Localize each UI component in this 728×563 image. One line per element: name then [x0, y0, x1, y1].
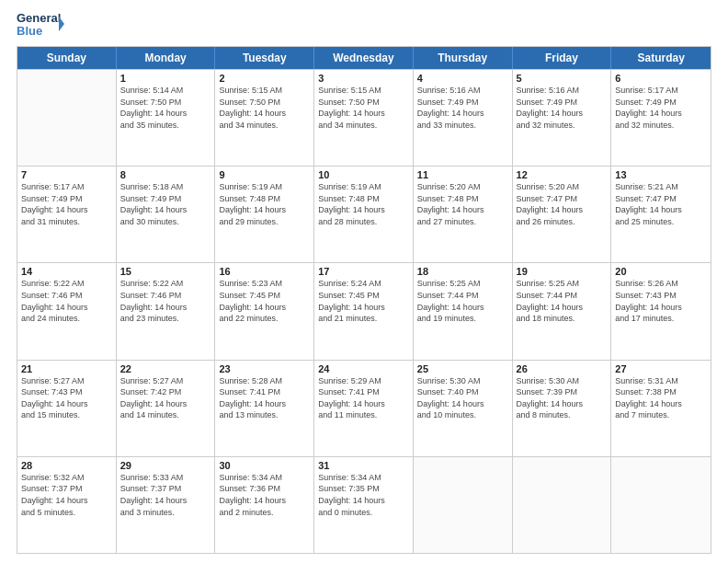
cal-cell-4-3: 31Sunrise: 5:34 AM Sunset: 7:35 PM Dayli… — [314, 457, 414, 553]
cell-info: Sunrise: 5:32 AM Sunset: 7:37 PM Dayligh… — [21, 472, 112, 518]
header-cell-friday: Friday — [513, 47, 612, 69]
day-number: 24 — [318, 363, 409, 374]
cal-cell-4-5 — [513, 457, 612, 553]
cal-cell-0-1: 1Sunrise: 5:14 AM Sunset: 7:50 PM Daylig… — [117, 70, 216, 166]
cal-cell-3-2: 23Sunrise: 5:28 AM Sunset: 7:41 PM Dayli… — [215, 361, 314, 456]
cal-cell-2-3: 17Sunrise: 5:24 AM Sunset: 7:45 PM Dayli… — [314, 263, 414, 359]
cal-cell-2-2: 16Sunrise: 5:23 AM Sunset: 7:45 PM Dayli… — [215, 263, 314, 359]
cal-row-5: 28Sunrise: 5:32 AM Sunset: 7:37 PM Dayli… — [17, 456, 711, 553]
logo: General Blue — [17, 9, 64, 42]
day-number: 31 — [318, 460, 409, 471]
day-number: 5 — [517, 73, 608, 84]
cell-info: Sunrise: 5:25 AM Sunset: 7:44 PM Dayligh… — [517, 278, 608, 324]
cal-cell-0-6: 6Sunrise: 5:17 AM Sunset: 7:49 PM Daylig… — [611, 70, 711, 166]
cell-info: Sunrise: 5:14 AM Sunset: 7:50 PM Dayligh… — [120, 85, 211, 131]
cell-info: Sunrise: 5:17 AM Sunset: 7:49 PM Dayligh… — [615, 85, 707, 131]
day-number: 25 — [417, 363, 508, 374]
cal-row-3: 14Sunrise: 5:22 AM Sunset: 7:46 PM Dayli… — [17, 262, 711, 359]
cell-info: Sunrise: 5:26 AM Sunset: 7:43 PM Dayligh… — [615, 278, 707, 324]
cell-info: Sunrise: 5:23 AM Sunset: 7:45 PM Dayligh… — [219, 278, 310, 324]
cell-info: Sunrise: 5:31 AM Sunset: 7:38 PM Dayligh… — [615, 375, 707, 421]
cell-info: Sunrise: 5:22 AM Sunset: 7:46 PM Dayligh… — [21, 278, 112, 324]
cal-cell-4-4 — [414, 457, 513, 553]
cell-info: Sunrise: 5:16 AM Sunset: 7:49 PM Dayligh… — [517, 85, 608, 131]
day-number: 10 — [318, 169, 409, 180]
header-cell-monday: Monday — [117, 47, 216, 69]
calendar-body: 1Sunrise: 5:14 AM Sunset: 7:50 PM Daylig… — [17, 69, 711, 553]
cell-info: Sunrise: 5:18 AM Sunset: 7:49 PM Dayligh… — [120, 181, 211, 227]
header-cell-saturday: Saturday — [611, 47, 711, 69]
cal-cell-2-0: 14Sunrise: 5:22 AM Sunset: 7:46 PM Dayli… — [17, 263, 117, 359]
cell-info: Sunrise: 5:33 AM Sunset: 7:37 PM Dayligh… — [120, 472, 211, 518]
cal-cell-0-3: 3Sunrise: 5:15 AM Sunset: 7:50 PM Daylig… — [314, 70, 414, 166]
day-number: 22 — [120, 363, 211, 374]
cell-info: Sunrise: 5:15 AM Sunset: 7:50 PM Dayligh… — [318, 85, 409, 131]
day-number: 8 — [120, 169, 211, 180]
cell-info: Sunrise: 5:20 AM Sunset: 7:47 PM Dayligh… — [517, 181, 608, 227]
cal-cell-1-5: 12Sunrise: 5:20 AM Sunset: 7:47 PM Dayli… — [513, 167, 612, 262]
cal-cell-4-2: 30Sunrise: 5:34 AM Sunset: 7:36 PM Dayli… — [215, 457, 314, 553]
cal-cell-1-6: 13Sunrise: 5:21 AM Sunset: 7:47 PM Dayli… — [611, 167, 711, 262]
svg-text:General: General — [17, 11, 61, 25]
cell-info: Sunrise: 5:30 AM Sunset: 7:40 PM Dayligh… — [417, 375, 508, 421]
cal-cell-3-6: 27Sunrise: 5:31 AM Sunset: 7:38 PM Dayli… — [611, 361, 711, 456]
day-number: 12 — [517, 169, 608, 180]
day-number: 1 — [120, 73, 211, 84]
day-number: 13 — [615, 169, 707, 180]
cell-info: Sunrise: 5:25 AM Sunset: 7:44 PM Dayligh… — [417, 278, 508, 324]
cal-cell-0-0 — [17, 70, 117, 166]
cal-cell-0-4: 4Sunrise: 5:16 AM Sunset: 7:49 PM Daylig… — [414, 70, 513, 166]
cal-cell-0-2: 2Sunrise: 5:15 AM Sunset: 7:50 PM Daylig… — [215, 70, 314, 166]
cell-info: Sunrise: 5:20 AM Sunset: 7:48 PM Dayligh… — [417, 181, 508, 227]
day-number: 18 — [417, 266, 508, 277]
cell-info: Sunrise: 5:15 AM Sunset: 7:50 PM Dayligh… — [219, 85, 310, 131]
calendar-header-row: SundayMondayTuesdayWednesdayThursdayFrid… — [17, 47, 711, 69]
svg-text:Blue: Blue — [17, 24, 42, 38]
cal-cell-3-3: 24Sunrise: 5:29 AM Sunset: 7:41 PM Dayli… — [314, 361, 414, 456]
cell-info: Sunrise: 5:16 AM Sunset: 7:49 PM Dayligh… — [417, 85, 508, 131]
day-number: 15 — [120, 266, 211, 277]
cal-cell-1-2: 9Sunrise: 5:19 AM Sunset: 7:48 PM Daylig… — [215, 167, 314, 262]
cal-cell-1-1: 8Sunrise: 5:18 AM Sunset: 7:49 PM Daylig… — [117, 167, 216, 262]
svg-marker-2 — [59, 17, 64, 31]
day-number: 19 — [517, 266, 608, 277]
day-number: 4 — [417, 73, 508, 84]
day-number: 14 — [21, 266, 112, 277]
cell-info: Sunrise: 5:19 AM Sunset: 7:48 PM Dayligh… — [318, 181, 409, 227]
cell-info: Sunrise: 5:27 AM Sunset: 7:42 PM Dayligh… — [120, 375, 211, 421]
cal-cell-3-1: 22Sunrise: 5:27 AM Sunset: 7:42 PM Dayli… — [117, 361, 216, 456]
day-number: 23 — [219, 363, 310, 374]
header: General Blue — [17, 9, 711, 42]
day-number: 26 — [517, 363, 608, 374]
cal-cell-4-0: 28Sunrise: 5:32 AM Sunset: 7:37 PM Dayli… — [17, 457, 117, 553]
day-number: 2 — [219, 73, 310, 84]
cal-cell-1-4: 11Sunrise: 5:20 AM Sunset: 7:48 PM Dayli… — [414, 167, 513, 262]
cal-row-1: 1Sunrise: 5:14 AM Sunset: 7:50 PM Daylig… — [17, 69, 711, 166]
cal-cell-3-5: 26Sunrise: 5:30 AM Sunset: 7:39 PM Dayli… — [513, 361, 612, 456]
day-number: 3 — [318, 73, 409, 84]
day-number: 27 — [615, 363, 707, 374]
cell-info: Sunrise: 5:29 AM Sunset: 7:41 PM Dayligh… — [318, 375, 409, 421]
cell-info: Sunrise: 5:17 AM Sunset: 7:49 PM Dayligh… — [21, 181, 112, 227]
cell-info: Sunrise: 5:28 AM Sunset: 7:41 PM Dayligh… — [219, 375, 310, 421]
cell-info: Sunrise: 5:34 AM Sunset: 7:36 PM Dayligh… — [219, 472, 310, 518]
cell-info: Sunrise: 5:27 AM Sunset: 7:43 PM Dayligh… — [21, 375, 112, 421]
cell-info: Sunrise: 5:21 AM Sunset: 7:47 PM Dayligh… — [615, 181, 707, 227]
day-number: 29 — [120, 460, 211, 471]
day-number: 28 — [21, 460, 112, 471]
day-number: 20 — [615, 266, 707, 277]
cal-cell-2-4: 18Sunrise: 5:25 AM Sunset: 7:44 PM Dayli… — [414, 263, 513, 359]
page: General Blue SundayMondayTuesdayWednesda… — [0, 0, 728, 563]
day-number: 16 — [219, 266, 310, 277]
header-cell-tuesday: Tuesday — [215, 47, 314, 69]
cal-row-2: 7Sunrise: 5:17 AM Sunset: 7:49 PM Daylig… — [17, 166, 711, 262]
header-cell-thursday: Thursday — [414, 47, 513, 69]
day-number: 9 — [219, 169, 310, 180]
logo-svg: General Blue — [17, 9, 64, 42]
cal-cell-4-6 — [611, 457, 711, 553]
header-cell-wednesday: Wednesday — [314, 47, 414, 69]
cal-cell-3-0: 21Sunrise: 5:27 AM Sunset: 7:43 PM Dayli… — [17, 361, 117, 456]
day-number: 6 — [615, 73, 707, 84]
cal-cell-2-6: 20Sunrise: 5:26 AM Sunset: 7:43 PM Dayli… — [611, 263, 711, 359]
day-number: 21 — [21, 363, 112, 374]
